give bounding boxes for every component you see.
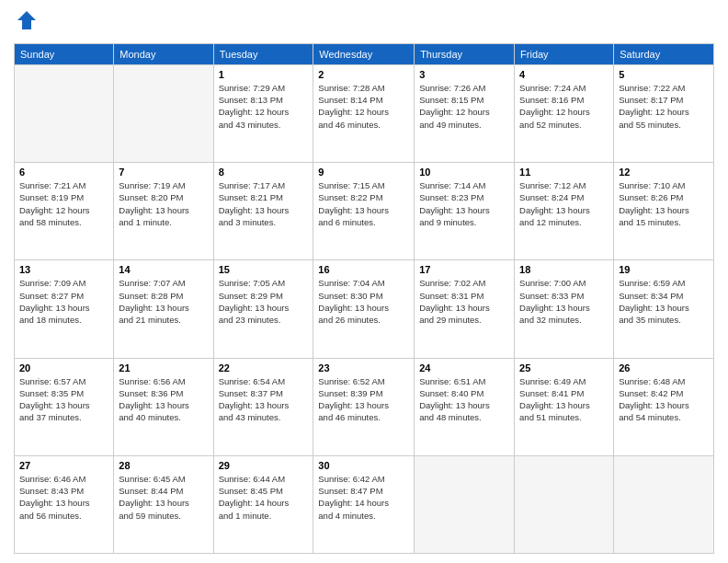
- calendar-cell: 2Sunrise: 7:28 AM Sunset: 8:14 PM Daylig…: [313, 64, 415, 162]
- calendar-cell: 4Sunrise: 7:24 AM Sunset: 8:16 PM Daylig…: [515, 64, 614, 162]
- day-info: Sunrise: 7:15 AM Sunset: 8:22 PM Dayligh…: [318, 179, 409, 228]
- calendar-cell: 14Sunrise: 7:07 AM Sunset: 8:28 PM Dayli…: [114, 260, 213, 358]
- calendar-cell: 22Sunrise: 6:54 AM Sunset: 8:37 PM Dayli…: [213, 358, 313, 455]
- day-info: Sunrise: 7:10 AM Sunset: 8:26 PM Dayligh…: [619, 179, 709, 228]
- day-number: 20: [19, 362, 108, 373]
- col-header-saturday: Saturday: [614, 43, 714, 64]
- day-number: 30: [318, 460, 409, 471]
- calendar-cell: 28Sunrise: 6:45 AM Sunset: 8:44 PM Dayli…: [114, 455, 213, 553]
- day-info: Sunrise: 6:56 AM Sunset: 8:36 PM Dayligh…: [119, 375, 208, 424]
- day-info: Sunrise: 7:22 AM Sunset: 8:17 PM Dayligh…: [619, 82, 709, 131]
- calendar-cell: 11Sunrise: 7:12 AM Sunset: 8:24 PM Dayli…: [515, 163, 614, 260]
- calendar-cell: 26Sunrise: 6:48 AM Sunset: 8:42 PM Dayli…: [614, 358, 714, 455]
- day-number: 9: [318, 167, 409, 178]
- col-header-friday: Friday: [515, 43, 614, 64]
- day-info: Sunrise: 7:00 AM Sunset: 8:33 PM Dayligh…: [519, 277, 609, 326]
- day-info: Sunrise: 6:51 AM Sunset: 8:40 PM Dayligh…: [419, 375, 509, 424]
- day-info: Sunrise: 6:48 AM Sunset: 8:42 PM Dayligh…: [619, 375, 709, 424]
- day-info: Sunrise: 7:04 AM Sunset: 8:30 PM Dayligh…: [318, 277, 409, 326]
- day-info: Sunrise: 6:54 AM Sunset: 8:37 PM Dayligh…: [219, 375, 309, 424]
- day-number: 13: [19, 264, 108, 275]
- day-number: 15: [219, 264, 309, 275]
- calendar-cell: 15Sunrise: 7:05 AM Sunset: 8:29 PM Dayli…: [213, 260, 313, 358]
- day-number: 5: [619, 69, 709, 80]
- calendar-cell: 16Sunrise: 7:04 AM Sunset: 8:30 PM Dayli…: [313, 260, 415, 358]
- calendar-cell: 7Sunrise: 7:19 AM Sunset: 8:20 PM Daylig…: [114, 163, 213, 260]
- day-number: 24: [419, 362, 509, 373]
- day-number: 3: [419, 69, 509, 80]
- day-info: Sunrise: 7:21 AM Sunset: 8:19 PM Dayligh…: [19, 179, 108, 228]
- day-info: Sunrise: 7:07 AM Sunset: 8:28 PM Dayligh…: [119, 277, 208, 326]
- calendar-cell: 10Sunrise: 7:14 AM Sunset: 8:23 PM Dayli…: [415, 163, 515, 260]
- day-number: 27: [19, 460, 108, 471]
- calendar-cell: 17Sunrise: 7:02 AM Sunset: 8:31 PM Dayli…: [415, 260, 515, 358]
- day-number: 21: [119, 362, 208, 373]
- calendar-cell: 8Sunrise: 7:17 AM Sunset: 8:21 PM Daylig…: [213, 163, 313, 260]
- calendar-cell: 3Sunrise: 7:26 AM Sunset: 8:15 PM Daylig…: [415, 64, 515, 162]
- calendar-cell: 6Sunrise: 7:21 AM Sunset: 8:19 PM Daylig…: [15, 163, 114, 260]
- calendar-cell: 19Sunrise: 6:59 AM Sunset: 8:34 PM Dayli…: [614, 260, 714, 358]
- day-number: 23: [318, 362, 409, 373]
- calendar-table: SundayMondayTuesdayWednesdayThursdayFrid…: [14, 43, 714, 554]
- calendar-cell: [415, 455, 515, 553]
- day-number: 28: [119, 460, 208, 471]
- col-header-tuesday: Tuesday: [213, 43, 313, 64]
- calendar-cell: [15, 64, 114, 162]
- day-info: Sunrise: 7:24 AM Sunset: 8:16 PM Dayligh…: [519, 82, 609, 131]
- calendar-cell: 1Sunrise: 7:29 AM Sunset: 8:13 PM Daylig…: [213, 64, 313, 162]
- logo: [14, 9, 38, 36]
- calendar-cell: 20Sunrise: 6:57 AM Sunset: 8:35 PM Dayli…: [15, 358, 114, 455]
- day-number: 7: [119, 167, 208, 178]
- day-info: Sunrise: 7:17 AM Sunset: 8:21 PM Dayligh…: [219, 179, 309, 228]
- day-info: Sunrise: 7:09 AM Sunset: 8:27 PM Dayligh…: [19, 277, 108, 326]
- day-number: 16: [318, 264, 409, 275]
- calendar-cell: 25Sunrise: 6:49 AM Sunset: 8:41 PM Dayli…: [515, 358, 614, 455]
- day-number: 26: [619, 362, 709, 373]
- day-number: 1: [219, 69, 309, 80]
- day-info: Sunrise: 7:29 AM Sunset: 8:13 PM Dayligh…: [219, 82, 309, 131]
- day-number: 11: [519, 167, 609, 178]
- calendar-cell: 23Sunrise: 6:52 AM Sunset: 8:39 PM Dayli…: [313, 358, 415, 455]
- day-number: 25: [519, 362, 609, 373]
- day-number: 10: [419, 167, 509, 178]
- calendar-cell: 29Sunrise: 6:44 AM Sunset: 8:45 PM Dayli…: [213, 455, 313, 553]
- day-number: 14: [119, 264, 208, 275]
- day-info: Sunrise: 7:12 AM Sunset: 8:24 PM Dayligh…: [519, 179, 609, 228]
- day-info: Sunrise: 7:05 AM Sunset: 8:29 PM Dayligh…: [219, 277, 309, 326]
- page: SundayMondayTuesdayWednesdayThursdayFrid…: [0, 0, 728, 563]
- calendar-cell: 24Sunrise: 6:51 AM Sunset: 8:40 PM Dayli…: [415, 358, 515, 455]
- calendar-cell: [614, 455, 714, 553]
- day-info: Sunrise: 7:14 AM Sunset: 8:23 PM Dayligh…: [419, 179, 509, 228]
- day-info: Sunrise: 6:42 AM Sunset: 8:47 PM Dayligh…: [318, 473, 409, 522]
- calendar-cell: [114, 64, 213, 162]
- calendar-cell: 21Sunrise: 6:56 AM Sunset: 8:36 PM Dayli…: [114, 358, 213, 455]
- day-number: 18: [519, 264, 609, 275]
- day-number: 17: [419, 264, 509, 275]
- calendar-cell: 18Sunrise: 7:00 AM Sunset: 8:33 PM Dayli…: [515, 260, 614, 358]
- day-info: Sunrise: 6:52 AM Sunset: 8:39 PM Dayligh…: [318, 375, 409, 424]
- day-info: Sunrise: 6:59 AM Sunset: 8:34 PM Dayligh…: [619, 277, 709, 326]
- day-number: 22: [219, 362, 309, 373]
- col-header-sunday: Sunday: [15, 43, 114, 64]
- day-number: 8: [219, 167, 309, 178]
- day-info: Sunrise: 6:45 AM Sunset: 8:44 PM Dayligh…: [119, 473, 208, 522]
- calendar-cell: 12Sunrise: 7:10 AM Sunset: 8:26 PM Dayli…: [614, 163, 714, 260]
- day-info: Sunrise: 6:57 AM Sunset: 8:35 PM Dayligh…: [19, 375, 108, 424]
- logo-icon: [16, 9, 38, 31]
- day-number: 6: [19, 167, 108, 178]
- calendar-cell: 5Sunrise: 7:22 AM Sunset: 8:17 PM Daylig…: [614, 64, 714, 162]
- day-info: Sunrise: 7:26 AM Sunset: 8:15 PM Dayligh…: [419, 82, 509, 131]
- calendar-cell: 13Sunrise: 7:09 AM Sunset: 8:27 PM Dayli…: [15, 260, 114, 358]
- day-info: Sunrise: 6:49 AM Sunset: 8:41 PM Dayligh…: [519, 375, 609, 424]
- svg-marker-0: [17, 11, 36, 29]
- day-number: 19: [619, 264, 709, 275]
- calendar-cell: [515, 455, 614, 553]
- header: [14, 9, 714, 36]
- day-info: Sunrise: 7:28 AM Sunset: 8:14 PM Dayligh…: [318, 82, 409, 131]
- day-number: 4: [519, 69, 609, 80]
- day-number: 29: [219, 460, 309, 471]
- col-header-thursday: Thursday: [415, 43, 515, 64]
- calendar-cell: 9Sunrise: 7:15 AM Sunset: 8:22 PM Daylig…: [313, 163, 415, 260]
- day-info: Sunrise: 6:44 AM Sunset: 8:45 PM Dayligh…: [219, 473, 309, 522]
- calendar-cell: 30Sunrise: 6:42 AM Sunset: 8:47 PM Dayli…: [313, 455, 415, 553]
